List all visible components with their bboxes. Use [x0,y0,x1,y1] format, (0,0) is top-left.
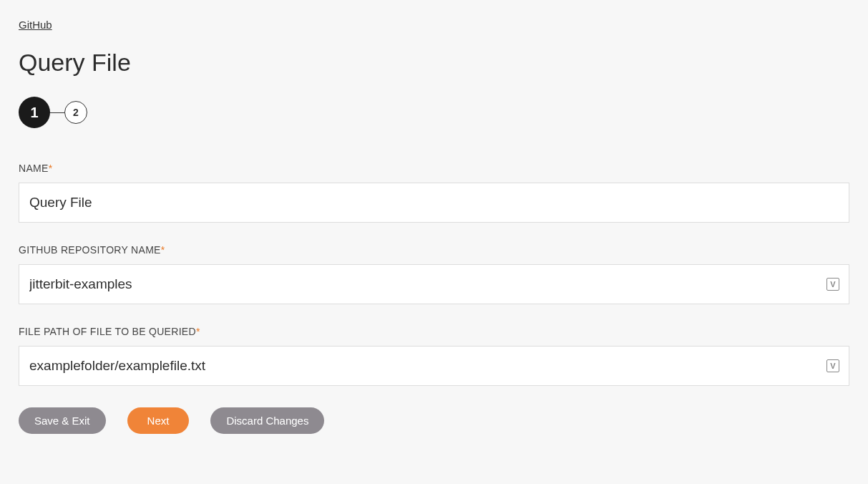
label-repo-text: GITHUB REPOSITORY NAME [19,244,161,256]
label-filepath: FILE PATH OF FILE TO BE QUERIED* [19,326,849,337]
save-exit-button[interactable]: Save & Exit [19,407,106,434]
name-input[interactable] [19,183,849,223]
button-row: Save & Exit Next Discard Changes [19,407,849,434]
form-group-repo: GITHUB REPOSITORY NAME* V [19,244,849,304]
next-button[interactable]: Next [127,407,190,434]
repo-input[interactable] [19,264,849,304]
step-connector [50,112,64,113]
filepath-input[interactable] [19,346,849,386]
breadcrumb-link-github[interactable]: GitHub [19,19,52,31]
required-asterisk: * [196,326,200,337]
form-group-name: NAME* [19,163,849,223]
step-1[interactable]: 1 [19,97,50,128]
page-title: Query File [19,49,849,77]
stepper: 1 2 [19,97,849,128]
label-name-text: NAME [19,163,49,174]
required-asterisk: * [49,163,53,174]
label-filepath-text: FILE PATH OF FILE TO BE QUERIED [19,326,196,337]
variable-icon[interactable]: V [826,359,839,372]
step-2[interactable]: 2 [64,101,87,124]
required-asterisk: * [161,244,165,256]
discard-button[interactable]: Discard Changes [210,407,324,434]
label-name: NAME* [19,163,849,174]
form-group-filepath: FILE PATH OF FILE TO BE QUERIED* V [19,326,849,386]
label-repo: GITHUB REPOSITORY NAME* [19,244,849,256]
variable-icon[interactable]: V [826,278,839,291]
